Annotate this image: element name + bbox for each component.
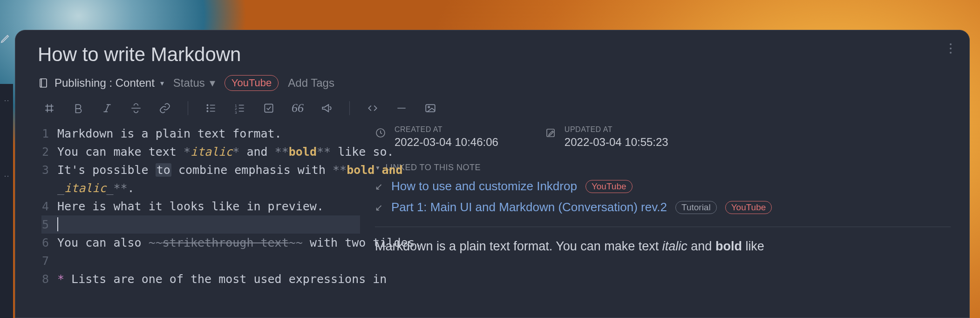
preview-text: Markdown is a plain text format. You can… xyxy=(375,237,951,256)
edit-icon xyxy=(0,33,9,51)
notebook-icon xyxy=(38,77,49,89)
svg-point-10 xyxy=(207,104,208,105)
status-label: Status xyxy=(173,76,205,90)
rail-indicator-icon: ‥ xyxy=(4,93,9,104)
status-selector[interactable]: Status ▾ xyxy=(173,76,215,90)
svg-line-6 xyxy=(106,104,109,111)
svg-point-25 xyxy=(428,106,429,108)
updated-at: UPDATED AT 2022-03-04 10:55:23 xyxy=(545,125,668,149)
backlink-item: ↙How to use and customize InkdropYouTube xyxy=(375,179,951,194)
svg-rect-22 xyxy=(265,104,272,112)
note-window: How to write Markdown Publishing : Conte… xyxy=(15,30,970,318)
strikethrough-button[interactable] xyxy=(128,102,144,115)
svg-rect-24 xyxy=(426,104,435,111)
clock-icon xyxy=(375,127,386,140)
backlink-link[interactable]: How to use and customize Inkdrop xyxy=(391,179,577,194)
created-at-value: 2022-03-04 10:46:06 xyxy=(395,136,498,149)
markdown-editor[interactable]: 12345678 Markdown is a plain text format… xyxy=(15,122,360,318)
svg-rect-0 xyxy=(40,79,47,87)
notebook-path: Publishing : Content xyxy=(54,76,155,90)
left-rail: ‥ ‥ xyxy=(0,84,13,318)
backlink-arrow-icon: ↙ xyxy=(375,181,383,192)
edit-time-icon xyxy=(545,127,556,140)
created-at-label: CREATED AT xyxy=(395,125,498,134)
rail-indicator-icon: ‥ xyxy=(4,169,9,179)
svg-text:3: 3 xyxy=(235,111,237,114)
svg-point-12 xyxy=(207,111,208,111)
ordered-list-button[interactable]: 123 xyxy=(232,102,248,115)
timestamps: CREATED AT 2022-03-04 10:46:06 UPDATED A… xyxy=(375,125,951,149)
horizontal-rule-button[interactable] xyxy=(394,102,409,115)
more-menu-button[interactable] xyxy=(950,43,952,54)
notebook-selector[interactable]: Publishing : Content ▾ xyxy=(38,76,164,90)
side-panel: CREATED AT 2022-03-04 10:46:06 UPDATED A… xyxy=(360,122,969,318)
note-title[interactable]: How to write Markdown xyxy=(15,30,969,66)
announce-button[interactable] xyxy=(319,102,334,115)
updated-at-label: UPDATED AT xyxy=(565,125,668,134)
tag-pill[interactable]: YouTube xyxy=(585,180,633,193)
content-area: 12345678 Markdown is a plain text format… xyxy=(15,122,969,318)
code-button[interactable] xyxy=(365,102,381,115)
tag-pill[interactable]: Tutorial xyxy=(675,201,717,214)
editor-toolbar: 123 66 xyxy=(15,91,969,122)
code-area[interactable]: Markdown is a plain text format.You can … xyxy=(57,122,360,318)
chevron-down-icon: ▾ xyxy=(160,79,164,88)
svg-point-11 xyxy=(207,108,208,109)
tag-pill[interactable]: YouTube xyxy=(725,201,772,214)
tag-pill[interactable]: YouTube xyxy=(225,75,279,91)
link-button[interactable] xyxy=(157,102,173,115)
text-cursor xyxy=(57,217,58,231)
chevron-down-icon: ▾ xyxy=(210,76,215,90)
line-gutter: 12345678 xyxy=(15,122,54,318)
backlink-item: ↙Part 1: Main UI and Markdown (Conversat… xyxy=(375,200,951,214)
divider xyxy=(375,227,951,227)
quote-button[interactable]: 66 xyxy=(290,102,306,115)
backlink-arrow-icon: ↙ xyxy=(375,202,383,213)
unordered-list-button[interactable] xyxy=(203,102,219,115)
backlink-link[interactable]: Part 1: Main UI and Markdown (Conversati… xyxy=(391,200,667,214)
bold-button[interactable] xyxy=(70,102,86,115)
backlinks-heading[interactable]: ▼ LINKED TO THIS NOTE xyxy=(375,163,951,173)
italic-button[interactable] xyxy=(99,102,115,115)
heading-button[interactable] xyxy=(41,102,57,115)
note-meta-row: Publishing : Content ▾ Status ▾ YouTube … xyxy=(15,66,969,91)
image-button[interactable] xyxy=(422,102,438,115)
add-tags-button[interactable]: Add Tags xyxy=(288,76,334,90)
updated-at-value: 2022-03-04 10:55:23 xyxy=(565,136,668,149)
checklist-button[interactable] xyxy=(261,102,277,115)
